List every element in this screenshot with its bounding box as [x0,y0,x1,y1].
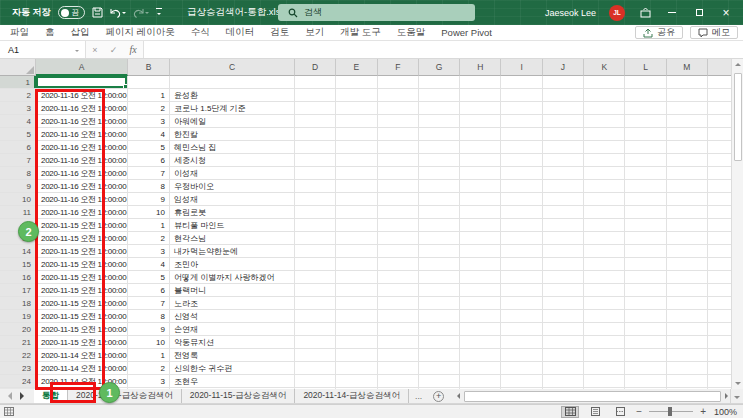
row-header-4[interactable]: 4 [0,115,36,127]
ribbon-tab-6[interactable]: 검토 [270,26,289,39]
cell-A1[interactable] [36,76,128,88]
cell-B7[interactable]: 6 [128,154,170,166]
row-header-15[interactable]: 15 [0,258,36,270]
empty-cells-row-1[interactable] [295,76,731,88]
cell-B11[interactable]: 10 [128,206,170,218]
cancel-icon[interactable]: × [92,45,97,55]
zoom-in-button[interactable]: + [700,407,706,417]
ribbon-tab-1[interactable]: 홈 [45,26,55,39]
column-header-I[interactable]: I [501,59,542,76]
redo-button[interactable] [133,8,149,18]
row-header-10[interactable]: 10 [0,193,36,205]
zoom-slider-thumb[interactable] [668,407,672,416]
horizontal-scrollbar[interactable] [457,389,730,403]
cell-C17[interactable]: 블랙머니 [170,284,295,296]
row-header-20[interactable]: 20 [0,323,36,335]
column-header-H[interactable]: H [460,59,501,76]
ribbon-tab-3[interactable]: 페이지 레이아웃 [106,26,175,39]
ribbon-display-options-button[interactable] [638,5,652,21]
next-sheet-icon[interactable] [20,392,24,400]
cell-B2[interactable]: 1 [128,89,170,101]
cell-B10[interactable]: 9 [128,193,170,205]
cell-C19[interactable]: 신영석 [170,310,295,322]
formula-input[interactable] [144,41,743,58]
column-header-C[interactable]: C [170,59,295,76]
ribbon-tab-4[interactable]: 수식 [191,26,210,39]
column-header-L[interactable]: L [625,59,666,76]
row-header-16[interactable]: 16 [0,271,36,283]
name-box-dropdown-icon[interactable] [75,50,79,54]
cell-B8[interactable]: 7 [128,167,170,179]
empty-cells-row-16[interactable] [295,271,731,283]
customize-toolbar-button[interactable] [156,8,162,17]
cell-B14[interactable]: 3 [128,245,170,257]
cell-C6[interactable]: 혜민스님 집 [170,141,295,153]
more-sheets-button[interactable]: ... [409,389,428,403]
cell-C11[interactable]: 휴림로봇 [170,206,295,218]
empty-cells-row-13[interactable] [295,232,731,244]
cell-C24[interactable]: 조현우 [170,375,295,387]
cell-B19[interactable]: 8 [128,310,170,322]
ribbon-tab-10[interactable]: Power Pivot [441,27,492,38]
cell-C5[interactable]: 한진칼 [170,128,295,140]
empty-cells-row-4[interactable] [295,115,731,127]
undo-button[interactable] [110,8,126,18]
column-header-E[interactable]: E [336,59,377,76]
column-header-G[interactable]: G [419,59,460,76]
row-header-19[interactable]: 19 [0,310,36,322]
ribbon-tab-8[interactable]: 개발 도구 [340,26,381,39]
empty-cells-row-10[interactable] [295,193,731,205]
previous-sheet-icon[interactable] [8,392,12,400]
cell-C18[interactable]: 노라조 [170,297,295,309]
row-header-5[interactable]: 5 [0,128,36,140]
horizontal-scroll-track[interactable] [462,391,723,402]
row-header-7[interactable]: 7 [0,154,36,166]
column-header-A[interactable]: A [36,59,128,76]
cell-C8[interactable]: 이성재 [170,167,295,179]
empty-cells-row-24[interactable] [295,375,731,387]
cell-C23[interactable]: 신의한수 귀수편 [170,362,295,374]
cell-C9[interactable]: 우정바이오 [170,180,295,192]
ribbon-tab-5[interactable]: 데이터 [226,26,255,39]
cell-C14[interactable]: 내가먹는약한눈에 [170,245,295,257]
autosave-toggle[interactable]: 끔 [58,6,86,19]
cell-B17[interactable]: 6 [128,284,170,296]
zoom-slider[interactable] [649,411,693,412]
row-header-22[interactable]: 22 [0,349,36,361]
fill-handle[interactable] [123,84,127,88]
column-header-K[interactable]: K [584,59,625,76]
page-layout-view-button[interactable] [586,406,604,418]
empty-cells-row-3[interactable] [295,102,731,114]
row-header-17[interactable]: 17 [0,284,36,296]
user-name[interactable]: Jaeseok Lee [545,8,596,18]
empty-cells-row-22[interactable] [295,349,731,361]
cell-C22[interactable]: 전영록 [170,349,295,361]
share-button[interactable]: 공유 [635,26,683,39]
empty-cells-row-23[interactable] [295,362,731,374]
cell-B3[interactable]: 2 [128,102,170,114]
cell-B24[interactable]: 3 [128,375,170,387]
row-header-11[interactable]: 11 [0,206,36,218]
row-header-24[interactable]: 24 [0,375,36,387]
vertical-scroll-down-corner[interactable] [730,389,743,403]
empty-cells-row-17[interactable] [295,284,731,296]
cell-C10[interactable]: 임성재 [170,193,295,205]
cell-B6[interactable]: 5 [128,141,170,153]
row-header-21[interactable]: 21 [0,336,36,348]
zoom-level[interactable]: 100% [713,407,737,417]
cell-C21[interactable]: 악동뮤지션 [170,336,295,348]
scroll-left-icon[interactable] [457,393,460,399]
cell-B21[interactable]: 10 [128,336,170,348]
row-header-2[interactable]: 2 [0,89,36,101]
new-sheet-button[interactable]: + [433,391,444,402]
normal-view-button[interactable] [561,406,579,418]
cell-C7[interactable]: 세종시청 [170,154,295,166]
row-header-1[interactable]: 1 [0,76,36,88]
sheet-tab-2020-11-14-급상승검색어[interactable]: 2020-11-14-급상승검색어 [295,389,409,403]
sheet-tab-2020-11-15-급상승검색어[interactable]: 2020-11-15-급상승검색어 [182,389,296,403]
row-header-3[interactable]: 3 [0,102,36,114]
empty-cells-row-8[interactable] [295,167,731,179]
empty-cells-row-12[interactable] [295,219,731,231]
zoom-out-button[interactable]: − [636,407,642,417]
document-title[interactable]: 급상승검색어-통합.xlsx [187,6,285,19]
